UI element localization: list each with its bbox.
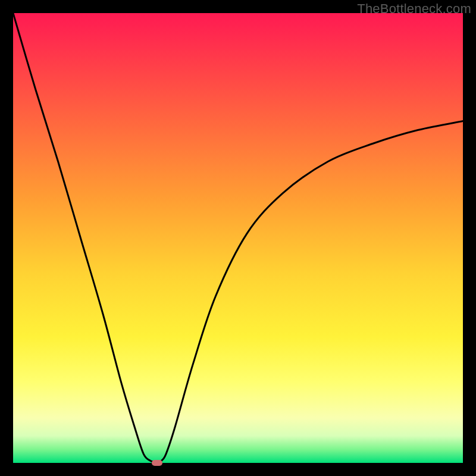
optimum-marker: [152, 460, 162, 466]
plot-area: [13, 13, 463, 463]
chart-frame: TheBottleneck.com: [0, 0, 476, 476]
bottleneck-curve: [13, 13, 463, 463]
